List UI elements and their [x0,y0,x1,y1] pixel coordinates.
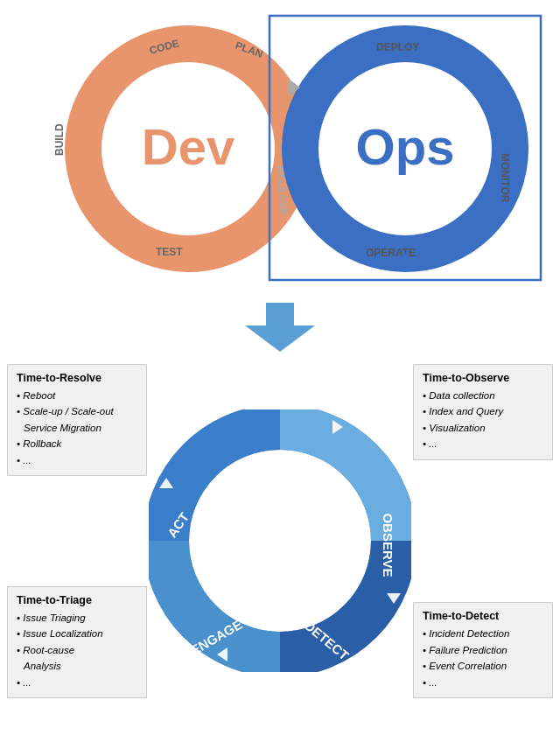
time-to-triage-box: Time-to-Triage • Issue Triaging • Issue … [7,586,147,698]
time-to-detect-box: Time-to-Detect • Incident Detection • Fa… [413,602,553,698]
svg-text:Dev: Dev [142,118,234,175]
triage-item-4: • ... [17,675,137,690]
observe-label: OBSERVE [381,513,396,577]
resolve-item-5: • ... [17,452,137,468]
triage-item-3: • Root-cause [17,642,137,658]
detect-item-2: • Failure Prediction [423,642,543,658]
svg-text:BUILD: BUILD [53,123,66,156]
svg-text:MONITOR: MONITOR [499,153,511,203]
svg-text:Ops: Ops [356,118,455,175]
arrow-down [0,301,560,354]
resolve-item-1: • Reboot [17,388,137,403]
time-to-detect-title: Time-to-Detect [423,610,543,622]
detect-item-1: • Incident Detection [423,626,543,641]
time-to-resolve-box: Time-to-Resolve • Reboot • Scale-up / Sc… [7,364,147,476]
detect-item-3: • Event Correlation [423,658,543,674]
svg-text:OPERATE: OPERATE [366,247,416,259]
cycle-diagram: OBSERVE DETECT ENGAGE ACT [149,410,411,672]
observe-item-3: • Visualization [423,420,543,436]
svg-rect-21 [266,303,294,327]
svg-text:TEST: TEST [156,246,183,258]
observe-item-1: • Data collection [423,388,543,403]
devops-diagram: Dev CODE PLAN BUILD TEST RELEASE Ops DEP… [0,0,560,298]
triage-item-2: • Issue Localization [17,626,137,641]
svg-point-25 [217,478,343,604]
observe-item-4: • ... [423,436,543,452]
time-to-observe-box: Time-to-Observe • Data collection • Inde… [413,364,553,460]
resolve-item-4: • Rollback [17,436,137,452]
resolve-item-3: Service Migration [17,420,137,436]
triage-item-1: • Issue Triaging [17,610,137,626]
resolve-item-2: • Scale-up / Scale-out [17,403,137,419]
svg-marker-22 [245,326,315,352]
svg-text:DEPLOY: DEPLOY [376,41,419,53]
triage-item-3b: Analysis [17,658,137,674]
time-to-observe-title: Time-to-Observe [423,372,543,384]
time-to-triage-title: Time-to-Triage [17,594,137,606]
detect-item-4: • ... [423,675,543,690]
observe-item-2: • Index and Query [423,403,543,419]
bottom-section: Time-to-Resolve • Reboot • Scale-up / Sc… [0,357,560,724]
time-to-resolve-title: Time-to-Resolve [17,372,137,384]
